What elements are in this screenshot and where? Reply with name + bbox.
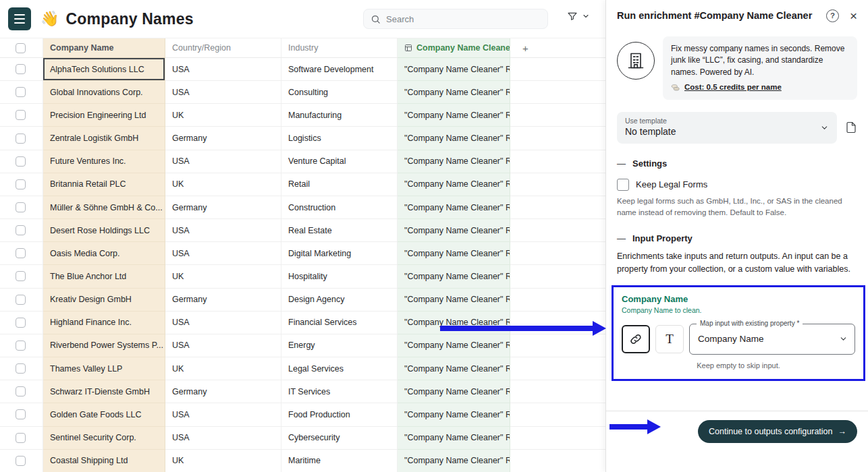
close-icon[interactable]: × (850, 9, 857, 22)
row-checkbox[interactable] (16, 433, 26, 443)
company-name-cell[interactable]: Britannia Retail PLC (43, 173, 165, 196)
column-header-country[interactable]: Country/Region (165, 38, 281, 58)
chevron-down-icon[interactable] (582, 12, 590, 20)
company-name-cell[interactable]: Golden Gate Foods LLC (43, 403, 165, 426)
row-checkbox[interactable] (16, 202, 26, 212)
company-name-cell[interactable]: Sentinel Security Corp. (43, 427, 165, 450)
template-select[interactable]: Use template No template (617, 112, 837, 144)
country-cell[interactable]: USA (165, 334, 281, 357)
search-box[interactable] (363, 9, 548, 29)
industry-cell[interactable]: Financial Services (281, 312, 398, 334)
cleaner-result-cell[interactable]: "Company Name Cleaner" R... (398, 58, 510, 81)
row-checkbox[interactable] (16, 295, 26, 305)
cleaner-result-cell[interactable]: "Company Name Cleaner" R... (398, 334, 510, 357)
add-column-button[interactable]: + (510, 38, 605, 58)
row-checkbox[interactable] (16, 87, 26, 97)
company-name-cell[interactable]: Precision Engineering Ltd (43, 104, 165, 127)
cleaner-result-cell[interactable]: "Company Name Cleaner" R... (398, 289, 510, 312)
industry-cell[interactable]: Legal Services (281, 357, 398, 380)
company-name-cell[interactable]: Thames Valley LLP (43, 357, 165, 380)
search-input[interactable] (386, 14, 541, 24)
country-cell[interactable]: UK (165, 173, 281, 196)
industry-cell[interactable]: Food Production (281, 403, 398, 426)
collapse-icon[interactable]: — (617, 233, 626, 243)
row-checkbox[interactable] (16, 64, 26, 74)
map-property-mode-button[interactable] (622, 325, 650, 353)
filter-icon[interactable] (567, 11, 578, 22)
country-cell[interactable]: UK (165, 265, 281, 288)
industry-cell[interactable]: Real Estate (281, 219, 398, 242)
company-name-cell[interactable]: Highland Finance Inc. (43, 312, 165, 334)
cleaner-result-cell[interactable]: "Company Name Cleaner" R... (398, 104, 510, 127)
menu-button[interactable] (8, 7, 31, 30)
company-name-cell[interactable]: Schwarz IT-Dienste GmbH (43, 380, 165, 403)
industry-cell[interactable]: Construction (281, 196, 398, 219)
help-icon[interactable]: ? (826, 9, 839, 22)
row-checkbox[interactable] (16, 363, 26, 374)
country-cell[interactable]: UK (165, 450, 281, 472)
continue-button[interactable]: Continue to outputs configuration → (698, 420, 857, 443)
company-name-cell[interactable]: Desert Rose Holdings LLC (43, 219, 165, 242)
row-checkbox[interactable] (16, 386, 26, 396)
company-name-cell[interactable]: Coastal Shipping Ltd (43, 450, 165, 472)
collapse-icon[interactable]: — (617, 158, 626, 169)
country-cell[interactable]: USA (165, 219, 281, 242)
settings-section-header[interactable]: — Settings (606, 144, 868, 169)
country-cell[interactable]: Germany (165, 127, 281, 150)
cleaner-result-cell[interactable]: "Company Name Cleaner" R... (398, 265, 510, 288)
country-cell[interactable]: UK (165, 357, 281, 380)
cleaner-result-cell[interactable]: "Company Name Cleaner" R... (398, 150, 510, 173)
company-name-cell[interactable]: Kreativ Design GmbH (43, 289, 165, 312)
cleaner-result-cell[interactable]: "Company Name Cleaner" R... (398, 173, 510, 196)
row-checkbox[interactable] (16, 456, 26, 466)
cleaner-result-cell[interactable]: "Company Name Cleaner" R... (398, 380, 510, 403)
country-cell[interactable]: Germany (165, 380, 281, 403)
country-cell[interactable]: USA (165, 242, 281, 265)
industry-cell[interactable]: Software Development (281, 58, 398, 81)
industry-cell[interactable]: Hospitality (281, 265, 398, 288)
company-name-cell[interactable]: Zentrale Logistik GmbH (43, 127, 165, 150)
country-cell[interactable]: USA (165, 81, 281, 104)
country-cell[interactable]: UK (165, 104, 281, 127)
row-checkbox[interactable] (16, 156, 26, 167)
row-checkbox[interactable] (16, 341, 26, 351)
row-checkbox[interactable] (16, 179, 26, 189)
column-header-industry[interactable]: Industry (281, 38, 398, 58)
industry-cell[interactable]: Cybersecurity (281, 427, 398, 450)
industry-cell[interactable]: Maritime (281, 450, 398, 472)
company-name-cell[interactable]: Riverbend Power Systems P... (43, 334, 165, 357)
industry-cell[interactable]: Manufacturing (281, 104, 398, 127)
row-checkbox[interactable] (16, 318, 26, 328)
company-name-cell[interactable]: Future Ventures Inc. (43, 150, 165, 173)
cleaner-result-cell[interactable]: "Company Name Cleaner" R... (398, 242, 510, 265)
cleaner-result-cell[interactable]: "Company Name Cleaner" R... (398, 219, 510, 242)
country-cell[interactable]: USA (165, 403, 281, 426)
company-name-cell[interactable]: Global Innovations Corp. (43, 81, 165, 104)
row-checkbox[interactable] (16, 248, 26, 258)
company-name-cell[interactable]: Oasis Media Corp. (43, 242, 165, 265)
industry-cell[interactable]: Venture Capital (281, 150, 398, 173)
industry-cell[interactable]: Digital Marketing (281, 242, 398, 265)
country-cell[interactable]: USA (165, 427, 281, 450)
industry-cell[interactable]: Design Agency (281, 289, 398, 312)
industry-cell[interactable]: Logistics (281, 127, 398, 150)
template-file-icon[interactable] (845, 121, 857, 134)
custom-text-mode-button[interactable]: T (655, 325, 684, 353)
cleaner-result-cell[interactable]: "Company Name Cleaner" R... (398, 427, 510, 450)
row-checkbox[interactable] (16, 409, 26, 419)
cleaner-result-cell[interactable]: "Company Name Cleaner" R... (398, 127, 510, 150)
column-header-cleaner[interactable]: Company Name Cleaner (398, 38, 510, 58)
cleaner-result-cell[interactable]: "Company Name Cleaner" R... (398, 312, 510, 334)
industry-cell[interactable]: Energy (281, 334, 398, 357)
country-cell[interactable]: USA (165, 150, 281, 173)
row-checkbox[interactable] (16, 271, 26, 281)
column-header-company-name[interactable]: Company Name (43, 38, 165, 58)
country-cell[interactable]: USA (165, 312, 281, 334)
industry-cell[interactable]: Consulting (281, 81, 398, 104)
map-property-select[interactable]: Map input with existing property * Compa… (689, 324, 855, 355)
input-property-section-header[interactable]: — Input Property (606, 218, 868, 243)
company-name-cell[interactable]: AlphaTech Solutions LLC (43, 58, 165, 81)
keep-legal-forms-checkbox[interactable] (617, 179, 629, 191)
cleaner-result-cell[interactable]: "Company Name Cleaner" R... (398, 81, 510, 104)
row-checkbox[interactable] (16, 134, 26, 144)
